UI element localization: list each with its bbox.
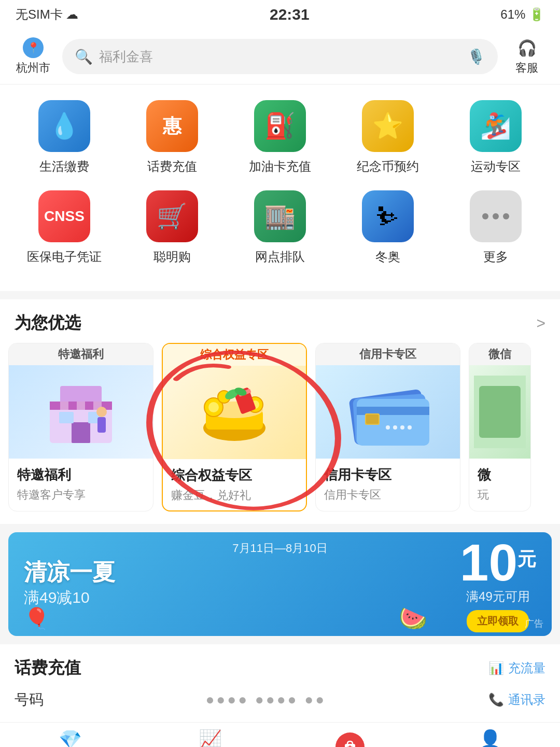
contacts-label: 通讯录 xyxy=(508,691,545,708)
jinianbi-icon: ⭐ xyxy=(362,100,414,152)
status-left: 无SIM卡 ☁ xyxy=(16,6,78,23)
icon-row-1: 💧 生活缴费 惠 话费充值 ⛽ 加油卡充值 ⭐ 纪念币预约 🏂 运动专区 xyxy=(10,100,550,175)
banner-unit: 元 xyxy=(517,547,536,572)
icon-item-yundong[interactable]: 🏂 运动专区 xyxy=(449,100,542,175)
recharge-link-label: 充流量 xyxy=(508,660,545,676)
header: 📍 杭州市 🔍 福利金喜 🎙️ 🎧 客服 xyxy=(0,29,560,85)
banner-decoration: 🎈 xyxy=(24,606,50,631)
nav-item-zixun[interactable]: 📈 资讯 xyxy=(140,729,280,747)
svg-point-35 xyxy=(408,425,412,430)
card-subtitle-1: 特邀客户专享 xyxy=(9,487,153,510)
icon-grid: 💧 生活缴费 惠 话费充值 ⛽ 加油卡充值 ⭐ 纪念币预约 🏂 运动专区 xyxy=(0,85,560,291)
status-bar: 无SIM卡 ☁ 22:31 61% 🔋 xyxy=(0,0,560,29)
icon-item-dongao[interactable]: ⛷ 冬奥 xyxy=(341,190,435,265)
phone-label: 号码 xyxy=(15,690,44,710)
card-tag-4: 微信 xyxy=(469,343,530,365)
icon-item-jinianbi[interactable]: ⭐ 纪念币预约 xyxy=(341,100,435,175)
phone-number: ●●●● ●●●● ●● xyxy=(206,691,327,708)
chart-icon: 📊 xyxy=(488,661,504,675)
youxuan-title: 为您优选 xyxy=(15,312,81,335)
banner-btn[interactable]: 立即领取 xyxy=(467,610,529,632)
status-time: 22:31 xyxy=(270,6,310,23)
yibao-icon: CNSS xyxy=(38,190,90,242)
svg-rect-13 xyxy=(97,417,106,433)
svg-point-33 xyxy=(393,425,397,430)
huafei-label: 话费充值 xyxy=(147,158,197,175)
svg-rect-10 xyxy=(59,412,74,423)
svg-point-2 xyxy=(503,213,509,219)
wangdian-label: 网点排队 xyxy=(255,248,305,265)
svg-rect-7 xyxy=(77,402,85,410)
icon-item-shenghuo[interactable]: 💧 生活缴费 xyxy=(18,100,111,175)
nav-item-star[interactable] xyxy=(280,732,420,748)
icon-item-jiayou[interactable]: ⛽ 加油卡充值 xyxy=(233,100,327,175)
card-image-3 xyxy=(316,365,460,459)
more-icon xyxy=(470,190,522,242)
yundong-icon: 🏂 xyxy=(470,100,522,152)
banner-watermelon: 🍉 xyxy=(399,605,427,632)
contacts-button[interactable]: 📞 通讯录 xyxy=(488,691,545,708)
icon-item-wangdian[interactable]: 🏬 网点排队 xyxy=(233,190,327,265)
recharge-link[interactable]: 📊 充流量 xyxy=(488,660,545,676)
svg-point-12 xyxy=(96,407,107,417)
search-placeholder: 福利金喜 xyxy=(99,48,461,66)
card-image-4 xyxy=(469,365,530,459)
more-label: 更多 xyxy=(483,248,508,265)
banner-ad: 广告 xyxy=(525,617,543,630)
banner-left: 清凉一夏 满49减10 🎈 xyxy=(24,560,460,608)
youxuan-header: 为您优选 > xyxy=(0,299,560,343)
phone-row: 号码 ●●●● ●●●● ●● 📞 通讯录 xyxy=(15,690,545,710)
wangdian-icon: 🏬 xyxy=(254,190,306,242)
dongao-label: 冬奥 xyxy=(375,248,400,265)
card-xinyongka[interactable]: 信用卡专区 xyxy=(315,343,460,511)
headphone-icon: 🎧 xyxy=(516,37,537,58)
banner-desc: 满49元可用 xyxy=(466,588,530,605)
card-zonghe[interactable]: 综合权益专区 xyxy=(162,343,307,511)
sim-status: 无SIM卡 ☁ xyxy=(16,6,78,23)
dongao-icon: ⛷ xyxy=(362,190,414,242)
svg-point-34 xyxy=(400,425,404,430)
recharge-title: 话费充值 xyxy=(15,657,81,680)
service-button[interactable]: 🎧 客服 xyxy=(506,37,548,76)
svg-point-32 xyxy=(386,425,390,430)
jiayou-label: 加油卡充值 xyxy=(249,158,311,175)
icon-item-congming[interactable]: 🛒 聪明购 xyxy=(125,190,219,265)
youxuan-arrow[interactable]: > xyxy=(536,314,545,332)
card-image-1 xyxy=(9,365,153,459)
location-label: 杭州市 xyxy=(16,60,50,76)
mic-icon[interactable]: 🎙️ xyxy=(467,48,485,65)
star-bag-icon xyxy=(335,732,365,748)
location-button[interactable]: 📍 杭州市 xyxy=(12,37,54,76)
icon-item-huafei[interactable]: 惠 话费充值 xyxy=(125,100,219,175)
shenghuo-icon: 💧 xyxy=(38,100,90,152)
shenghuo-label: 生活缴费 xyxy=(39,158,89,175)
card-wei[interactable]: 微信 微 玩 xyxy=(469,343,531,511)
card-subtitle-2: 赚金豆，兑好礼 xyxy=(163,488,306,510)
jinianbi-label: 纪念币预约 xyxy=(357,158,419,175)
yundong-label: 运动专区 xyxy=(471,158,521,175)
card-image-2 xyxy=(163,366,306,459)
huafei-icon: 惠 xyxy=(146,100,198,152)
card-title-2: 综合权益专区 xyxy=(163,459,306,488)
congming-icon: 🛒 xyxy=(146,190,198,242)
congming-label: 聪明购 xyxy=(153,248,191,265)
svg-rect-4 xyxy=(60,386,102,404)
nav-item-profile[interactable]: 👤 我的 xyxy=(420,729,560,747)
card-title-3: 信用卡专区 xyxy=(316,459,460,487)
banner-subtitle: 满49减10 xyxy=(24,587,460,608)
nav-item-home[interactable]: 💎 首页 xyxy=(0,729,140,747)
svg-point-1 xyxy=(493,213,499,219)
jiayou-icon: ⛽ xyxy=(254,100,306,152)
card-subtitle-3: 信用卡专区 xyxy=(316,487,460,510)
card-tejiao[interactable]: 特邀福利 xyxy=(8,343,153,511)
cards-scroll: 特邀福利 xyxy=(0,343,560,524)
svg-rect-37 xyxy=(479,386,521,438)
banner[interactable]: 7月11日—8月10日 清凉一夏 满49减10 🎈 🍉 10 元 满49元可用 … xyxy=(8,532,552,636)
icon-item-yibao[interactable]: CNSS 医保电子凭证 xyxy=(18,190,111,265)
search-bar[interactable]: 🔍 福利金喜 🎙️ xyxy=(62,39,498,74)
search-icon: 🔍 xyxy=(75,48,93,65)
card-title-1: 特邀福利 xyxy=(9,459,153,487)
icon-item-more[interactable]: 更多 xyxy=(449,190,542,265)
banner-date: 7月11日—8月10日 xyxy=(232,541,327,556)
svg-point-18 xyxy=(208,402,219,412)
